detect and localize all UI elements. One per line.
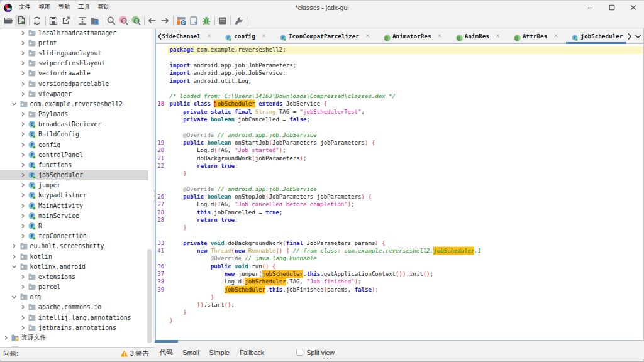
nav-back-button[interactable] bbox=[147, 15, 158, 27]
chevron-right-icon[interactable] bbox=[20, 30, 26, 36]
tab-close-icon[interactable]: ✕ bbox=[438, 33, 442, 39]
chevron-right-icon[interactable] bbox=[20, 81, 26, 87]
tabs-scroll-right-button[interactable] bbox=[626, 33, 633, 40]
tab-config[interactable]: cconfig✕ bbox=[219, 29, 274, 43]
tree-item-jumper[interactable]: cjumper bbox=[0, 180, 148, 190]
tree-item-mainService[interactable]: cmainService bbox=[0, 211, 148, 221]
chevron-right-icon[interactable] bbox=[20, 172, 26, 178]
deobfuscation-button[interactable] bbox=[175, 15, 187, 27]
tree-item-functions[interactable]: cfunctions bbox=[0, 160, 148, 170]
chevron-right-icon[interactable] bbox=[20, 325, 26, 331]
chevron-right-icon[interactable] bbox=[20, 213, 26, 219]
tab-close-icon[interactable]: ✕ bbox=[207, 33, 211, 39]
tab-AnimatorRes[interactable]: @AnimatorRes✕ bbox=[378, 29, 450, 43]
chevron-right-icon[interactable] bbox=[20, 315, 26, 321]
minimize-button[interactable] bbox=[580, 1, 601, 14]
tree-item-localbroadcastmanager[interactable]: localbroadcastmanager bbox=[0, 29, 148, 38]
split-view-checkbox[interactable] bbox=[296, 349, 304, 356]
tab-close-icon[interactable]: ✕ bbox=[553, 33, 558, 39]
chevron-right-icon[interactable] bbox=[11, 243, 17, 249]
chevron-right-icon[interactable] bbox=[20, 223, 26, 229]
tree-item-eu.bolt.screenshotty[interactable]: eu.bolt.screenshotty bbox=[0, 241, 148, 251]
chevron-right-icon[interactable] bbox=[20, 162, 26, 168]
tree-item-swiperefreshlayout[interactable]: swiperefreshlayout bbox=[0, 58, 148, 69]
code-area[interactable]: package com.example.reverseshell2;import… bbox=[156, 45, 643, 340]
nav-forward-button[interactable] bbox=[159, 15, 171, 27]
chevron-right-icon[interactable] bbox=[20, 203, 26, 209]
tab-jobScheduler[interactable]: cjobScheduler bbox=[566, 29, 626, 43]
chevron-right-icon[interactable] bbox=[20, 111, 26, 117]
tree-item-intellij.lang.annotations[interactable]: intellij.lang.annotations bbox=[0, 312, 148, 322]
chevron-down-icon[interactable] bbox=[11, 294, 17, 300]
tree-item-MainActivity[interactable]: cMainActivity bbox=[0, 200, 148, 211]
tree-item-资源文件[interactable]: 资源文件 bbox=[0, 332, 148, 343]
bottom-grip[interactable] bbox=[323, 358, 334, 359]
warnings-indicator[interactable]: 3 警告 bbox=[120, 349, 149, 358]
chevron-right-icon[interactable] bbox=[20, 50, 26, 56]
tree-item-parcel[interactable]: parcel bbox=[0, 282, 148, 292]
tree-item-kotlin[interactable]: kotlin bbox=[0, 251, 148, 261]
tabs-scroll-left-button[interactable] bbox=[157, 31, 162, 43]
bottom-tab-Simple[interactable]: Simple bbox=[204, 341, 235, 359]
save-all-button[interactable] bbox=[48, 15, 60, 27]
search-text-button[interactable] bbox=[105, 15, 117, 27]
tree-item-keypadListner[interactable]: ckeypadListner bbox=[0, 190, 148, 200]
chevron-right-icon[interactable] bbox=[20, 60, 26, 66]
tree-item-com.example.reverseshell2[interactable]: com.example.reverseshell2 bbox=[0, 99, 148, 109]
tab-AnimRes[interactable]: @AnimRes✕ bbox=[450, 29, 508, 43]
tree-item-config[interactable]: cconfig bbox=[0, 140, 148, 150]
chevron-right-icon[interactable] bbox=[20, 142, 26, 148]
add-files-button[interactable] bbox=[15, 15, 27, 27]
chevron-right-icon[interactable] bbox=[20, 274, 26, 280]
chevron-right-icon[interactable] bbox=[20, 131, 26, 137]
tree-item-print[interactable]: print bbox=[0, 38, 148, 48]
chevron-right-icon[interactable] bbox=[11, 254, 17, 260]
chevron-right-icon[interactable] bbox=[20, 233, 26, 239]
tree-item-R[interactable]: cR bbox=[0, 221, 148, 231]
close-button[interactable] bbox=[623, 1, 644, 14]
open-file-button[interactable] bbox=[3, 15, 14, 27]
tree-item-tcpConnection[interactable]: ctcpConnection bbox=[0, 231, 148, 241]
quark-analysis-button[interactable] bbox=[188, 15, 200, 27]
bottom-tab-Smali[interactable]: Smali bbox=[178, 341, 204, 359]
search-usage-button[interactable] bbox=[118, 15, 130, 27]
tree-item-slidingpanelayout[interactable]: slidingpanelayout bbox=[0, 48, 148, 58]
bottom-tab-Fallback[interactable]: Fallback bbox=[235, 341, 269, 359]
sync-button[interactable] bbox=[76, 15, 88, 27]
chevron-right-icon[interactable] bbox=[20, 304, 26, 310]
flat-packages-button[interactable] bbox=[89, 15, 101, 27]
chevron-right-icon[interactable] bbox=[20, 70, 26, 76]
tree-item-vectordrawable[interactable]: vectordrawable bbox=[0, 69, 148, 79]
tree-item-broadcastReciever[interactable]: cbroadcastReciever bbox=[0, 119, 148, 129]
chevron-right-icon[interactable] bbox=[20, 284, 26, 290]
tree-item-BuildConfig[interactable]: cBuildConfig bbox=[0, 129, 148, 140]
tab-AttrRes[interactable]: @AttrRes✕ bbox=[508, 29, 566, 43]
tab-close-icon[interactable]: ✕ bbox=[365, 33, 370, 39]
chevron-right-icon[interactable] bbox=[20, 152, 26, 158]
maximize-button[interactable] bbox=[601, 1, 623, 14]
tree-scrollbar[interactable] bbox=[147, 249, 152, 343]
preferences-button[interactable] bbox=[233, 15, 245, 27]
tree-item-org[interactable]: org bbox=[0, 292, 148, 302]
chevron-right-icon[interactable] bbox=[3, 335, 9, 341]
chevron-right-icon[interactable] bbox=[20, 121, 26, 127]
chevron-right-icon[interactable] bbox=[20, 192, 26, 198]
tab-SideChannel[interactable]: SideChannel✕ bbox=[162, 29, 220, 43]
export-button[interactable] bbox=[60, 15, 72, 27]
tab-close-icon[interactable]: ✕ bbox=[262, 33, 266, 39]
tab-IconCompatParcelizer[interactable]: cIconCompatParcelizer✕ bbox=[274, 29, 378, 43]
tree-item-viewpager[interactable]: viewpager bbox=[0, 89, 148, 99]
tree-item-versionedparcelable[interactable]: versionedparcelable bbox=[0, 79, 148, 89]
chevron-down-icon[interactable] bbox=[11, 264, 17, 270]
tree-item-jobScheduler[interactable]: cjobScheduler bbox=[0, 170, 148, 180]
tree-item-kotlinx.android[interactable]: kotlinx.android bbox=[0, 261, 148, 272]
chevron-right-icon[interactable] bbox=[20, 91, 26, 97]
tree-item-Payloads[interactable]: Payloads bbox=[0, 109, 148, 119]
chevron-right-icon[interactable] bbox=[20, 40, 26, 46]
search-comment-button[interactable] bbox=[130, 15, 142, 27]
bottom-tab-代码[interactable]: 代码 bbox=[155, 341, 178, 359]
tree-item-jetbrains.annotations[interactable]: jetbrains.annotations bbox=[0, 322, 148, 332]
tree-item-apache.commons.io[interactable]: apache.commons.io bbox=[0, 302, 148, 312]
tabs-list-dropdown-button[interactable] bbox=[633, 34, 643, 39]
debugger-button[interactable] bbox=[201, 15, 213, 27]
